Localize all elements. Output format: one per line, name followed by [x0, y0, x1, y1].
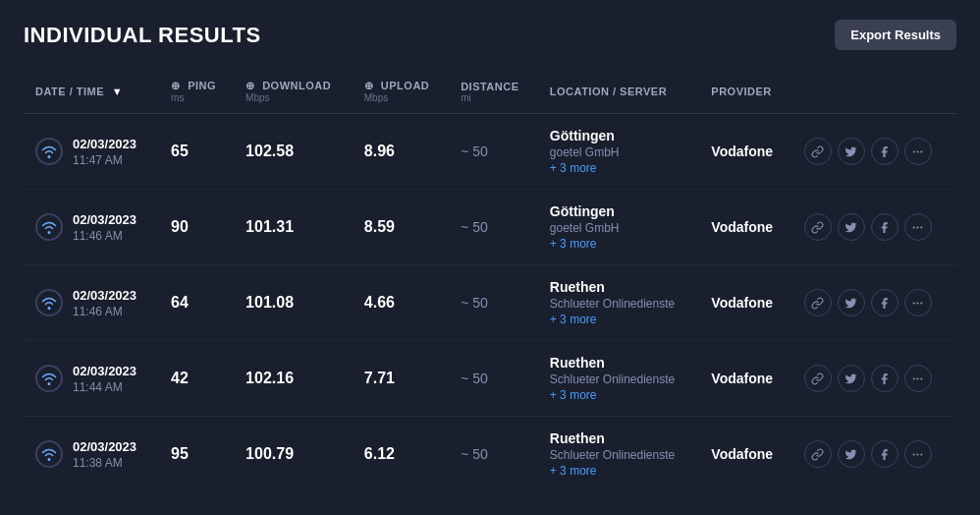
upload-4: 6.12 [353, 417, 449, 492]
page-container: INDIVIDUAL RESULTS Export Results DATE /… [0, 0, 980, 515]
upload-2: 4.66 [353, 265, 449, 341]
wifi-icon-0 [35, 138, 63, 165]
col-header-upload: ⊕ UPLOAD Mbps [353, 70, 449, 114]
location-more-1[interactable]: + 3 more [550, 237, 688, 251]
location-name-0: Göttingen [550, 128, 688, 143]
svg-point-10 [917, 377, 919, 379]
twitter-icon-0[interactable] [838, 138, 865, 165]
facebook-icon-0[interactable] [871, 138, 898, 165]
more-icon-0[interactable] [904, 138, 932, 165]
ping-2: 64 [159, 265, 234, 341]
distance-3: ~ 50 [449, 341, 538, 417]
time-2: 11:46 AM [73, 305, 136, 318]
wifi-icon-4 [35, 440, 63, 468]
header-row: DATE / TIME ▼ ⊕ PING ms ⊕ DOWNLOAD Mbps … [24, 70, 956, 114]
distance-unit: mi [461, 92, 526, 103]
upload-unit: Mbps [364, 92, 437, 103]
location-more-0[interactable]: + 3 more [550, 161, 688, 175]
share-link-icon-1[interactable] [804, 213, 832, 241]
time-4: 11:38 AM [73, 456, 136, 470]
table-row: 02/03/2023 11:44 AM 42 102.16 7.71 ~ 50 … [24, 341, 956, 417]
svg-point-9 [913, 377, 915, 379]
share-link-icon-2[interactable] [804, 289, 832, 316]
wifi-icon-2 [35, 289, 63, 316]
location-name-1: Göttingen [550, 203, 688, 219]
table-head: DATE / TIME ▼ ⊕ PING ms ⊕ DOWNLOAD Mbps … [24, 70, 956, 114]
provider-0: Vodafone [699, 114, 791, 190]
table-row: 02/03/2023 11:38 AM 95 100.79 6.12 ~ 50 … [24, 417, 956, 492]
more-icon-2[interactable] [904, 289, 932, 316]
svg-point-6 [913, 302, 915, 304]
wifi-icon-3 [35, 365, 63, 392]
ping-1: 90 [159, 190, 234, 265]
svg-point-14 [920, 453, 922, 455]
ping-0: 65 [159, 114, 234, 190]
facebook-icon-4[interactable] [871, 440, 898, 468]
date-cell-4: 02/03/2023 11:38 AM [24, 417, 159, 492]
twitter-icon-2[interactable] [838, 289, 865, 316]
svg-point-2 [920, 150, 922, 152]
location-name-2: Ruethen [550, 279, 688, 295]
share-link-icon-0[interactable] [804, 138, 832, 165]
location-server-4: Schlueter Onlinedienste [550, 448, 688, 462]
actions-cell-4 [792, 417, 956, 492]
table-row: 02/03/2023 11:46 AM 90 101.31 8.59 ~ 50 … [24, 190, 956, 265]
time-0: 11:47 AM [73, 153, 136, 167]
col-header-datetime: DATE / TIME ▼ [24, 70, 159, 114]
date-3: 02/03/2023 [73, 364, 136, 378]
ping-unit: ms [171, 92, 222, 103]
col-header-download: ⊕ DOWNLOAD Mbps [234, 70, 353, 114]
location-cell-0: Göttingen goetel GmbH + 3 more [538, 114, 700, 190]
facebook-icon-3[interactable] [871, 365, 898, 392]
location-server-0: goetel GmbH [550, 145, 688, 159]
col-header-actions [792, 70, 956, 114]
results-table: DATE / TIME ▼ ⊕ PING ms ⊕ DOWNLOAD Mbps … [24, 70, 956, 491]
provider-3: Vodafone [699, 341, 791, 417]
actions-cell-1 [792, 190, 956, 265]
location-more-3[interactable]: + 3 more [550, 388, 688, 402]
location-server-2: Schlueter Onlinedienste [550, 297, 688, 311]
date-2: 02/03/2023 [73, 288, 136, 303]
provider-2: Vodafone [699, 265, 791, 341]
upload-3: 7.71 [353, 341, 449, 417]
twitter-icon-4[interactable] [838, 440, 865, 468]
actions-cell-0 [792, 114, 956, 190]
distance-0: ~ 50 [449, 114, 538, 190]
location-server-1: goetel GmbH [550, 221, 688, 235]
distance-4: ~ 50 [449, 417, 538, 492]
date-cell-0: 02/03/2023 11:47 AM [24, 114, 159, 190]
more-icon-4[interactable] [904, 440, 932, 468]
share-link-icon-4[interactable] [804, 440, 832, 468]
distance-2: ~ 50 [449, 265, 538, 341]
more-icon-3[interactable] [904, 365, 932, 392]
col-header-distance: DISTANCE mi [449, 70, 538, 114]
page-title: INDIVIDUAL RESULTS [24, 23, 261, 48]
wifi-icon-1 [35, 213, 63, 241]
location-cell-1: Göttingen goetel GmbH + 3 more [538, 190, 700, 265]
facebook-icon-2[interactable] [871, 289, 898, 316]
table-row: 02/03/2023 11:46 AM 64 101.08 4.66 ~ 50 … [24, 265, 956, 341]
share-link-icon-3[interactable] [804, 365, 832, 392]
table-body: 02/03/2023 11:47 AM 65 102.58 8.96 ~ 50 … [24, 114, 956, 492]
more-icon-1[interactable] [904, 213, 932, 241]
table-row: 02/03/2023 11:47 AM 65 102.58 8.96 ~ 50 … [24, 114, 956, 190]
date-cell-3: 02/03/2023 11:44 AM [24, 341, 159, 417]
twitter-icon-1[interactable] [838, 213, 865, 241]
svg-point-0 [913, 150, 915, 152]
col-header-location: LOCATION / SERVER [538, 70, 700, 114]
svg-point-5 [920, 226, 922, 228]
date-1: 02/03/2023 [73, 212, 136, 227]
download-unit: Mbps [245, 92, 341, 103]
location-more-4[interactable]: + 3 more [550, 464, 688, 478]
location-cell-4: Ruethen Schlueter Onlinedienste + 3 more [538, 417, 700, 492]
location-more-2[interactable]: + 3 more [550, 313, 688, 326]
facebook-icon-1[interactable] [871, 213, 898, 241]
svg-point-1 [917, 150, 919, 152]
download-icon: ⊕ [245, 80, 255, 92]
provider-1: Vodafone [699, 190, 791, 265]
twitter-icon-3[interactable] [838, 365, 865, 392]
svg-point-4 [917, 226, 919, 228]
export-button[interactable]: Export Results [835, 20, 956, 50]
ping-icon: ⊕ [171, 80, 181, 92]
date-cell-1: 02/03/2023 11:46 AM [24, 190, 159, 265]
